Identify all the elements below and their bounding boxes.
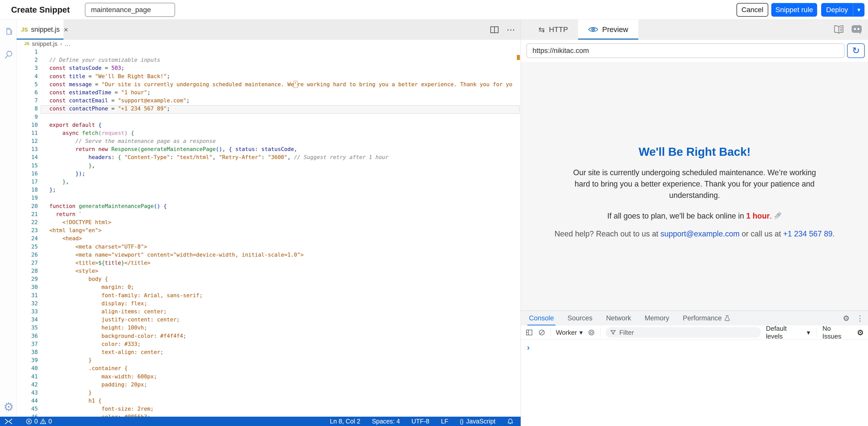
code-line[interactable]: 7const contactEmail = "support@example.c…: [17, 97, 521, 105]
code-line-text[interactable]: font-size: 2rem;: [50, 405, 154, 414]
line-number[interactable]: 26: [17, 252, 38, 260]
console-sidebar-icon[interactable]: [525, 329, 533, 336]
cursor-position[interactable]: Ln 8, Col 2: [330, 418, 360, 425]
line-number[interactable]: 13: [17, 146, 38, 154]
line-number[interactable]: 17: [17, 178, 38, 187]
line-number[interactable]: 25: [17, 244, 38, 252]
devtools-tab-sources[interactable]: Sources: [567, 311, 592, 325]
line-number[interactable]: 23: [17, 227, 38, 235]
code-line[interactable]: 5const message = "Our site is currently …: [17, 81, 521, 89]
line-number[interactable]: 24: [17, 235, 38, 243]
code-line-text[interactable]: h1 {: [50, 398, 101, 405]
line-number[interactable]: 46: [17, 414, 38, 417]
code-line[interactable]: 40 .container {: [17, 365, 521, 373]
console-output[interactable]: ›: [521, 340, 868, 426]
cancel-button[interactable]: Cancel: [737, 3, 768, 17]
line-number[interactable]: 37: [17, 341, 38, 349]
line-number[interactable]: 15: [17, 162, 38, 170]
code-line-text[interactable]: }: [50, 357, 92, 365]
code-line-text[interactable]: return new Response(generateMaintenanceP…: [50, 146, 297, 154]
code-line-text[interactable]: });: [50, 170, 85, 178]
line-number[interactable]: 39: [17, 357, 38, 365]
code-line[interactable]: 44 h1 {: [17, 398, 521, 405]
code-line-text[interactable]: <meta charset="UTF-8">: [50, 244, 147, 252]
code-editor[interactable]: 12// Define your customizable inputs3con…: [17, 48, 521, 417]
code-line-text[interactable]: const contactEmail = "support@example.co…: [50, 97, 190, 105]
line-number[interactable]: 33: [17, 308, 38, 316]
line-number[interactable]: 7: [17, 97, 38, 105]
line-number[interactable]: 42: [17, 381, 38, 390]
eol[interactable]: LF: [441, 418, 448, 425]
code-line[interactable]: 1: [17, 49, 521, 57]
devtools-tab-console[interactable]: Console: [529, 311, 554, 325]
code-line-text[interactable]: },: [50, 178, 69, 187]
code-line[interactable]: 41 max-width: 600px;: [17, 373, 521, 381]
code-line[interactable]: 4const title = "We'll Be Right Back!";: [17, 73, 521, 81]
code-line[interactable]: 3const statusCode = 503;: [17, 65, 521, 73]
line-number[interactable]: 34: [17, 316, 38, 324]
devtools-tab-memory[interactable]: Memory: [645, 311, 669, 325]
code-line-text[interactable]: height: 100vh;: [50, 324, 147, 333]
code-line-text[interactable]: const contactPhone = "+1 234 567 89";: [50, 105, 170, 113]
code-line-text[interactable]: body {: [50, 276, 108, 284]
code-line[interactable]: 10export default {: [17, 122, 521, 130]
code-line-text[interactable]: async fetch(request) {: [50, 130, 134, 138]
tab-snippet-js[interactable]: JS snippet.js ×: [17, 20, 63, 39]
breadcrumb-symbol[interactable]: …: [64, 40, 70, 47]
explorer-files-icon[interactable]: [3, 26, 14, 37]
code-line-text[interactable]: text-align: center;: [50, 349, 163, 357]
code-line[interactable]: 2// Define your customizable inputs: [17, 57, 521, 65]
devtools-kebab-menu-icon[interactable]: ⋮: [856, 314, 864, 323]
code-line-text[interactable]: color: #0056b3;: [50, 414, 150, 417]
code-line[interactable]: 25 <meta charset="UTF-8">: [17, 244, 521, 252]
code-line-text[interactable]: max-width: 600px;: [50, 373, 157, 381]
code-line-text[interactable]: <!DOCTYPE html>: [50, 219, 111, 227]
line-number[interactable]: 1: [17, 49, 38, 57]
code-line[interactable]: 26 <meta name="viewport" content="width=…: [17, 252, 521, 260]
line-number[interactable]: 14: [17, 154, 38, 162]
issues-counter[interactable]: No Issues: [823, 325, 851, 340]
line-number[interactable]: 41: [17, 373, 38, 381]
code-line-text[interactable]: const message = "Our site is currently u…: [50, 81, 512, 89]
snippet-rule-button[interactable]: Snippet rule: [771, 3, 817, 17]
code-line-text[interactable]: <html lang="en">: [50, 227, 101, 235]
code-line[interactable]: 30 margin: 0;: [17, 284, 521, 292]
code-line-text[interactable]: <style>: [50, 268, 98, 276]
code-line[interactable]: 32 display: flex;: [17, 300, 521, 308]
line-number[interactable]: 20: [17, 203, 38, 211]
close-tab-icon[interactable]: ×: [64, 26, 68, 33]
filter-input[interactable]: [619, 329, 756, 337]
code-line-text[interactable]: .container {: [50, 365, 128, 373]
code-line-text[interactable]: // Serve the maintenance page as a respo…: [50, 138, 216, 146]
code-line-text[interactable]: <meta name="viewport" content="width=dev…: [50, 252, 304, 260]
line-number[interactable]: 3: [17, 65, 38, 73]
code-line-text[interactable]: headers: { "Content-Type": "text/html", …: [50, 154, 389, 162]
settings-gear-icon[interactable]: ⚙: [3, 402, 14, 412]
code-line[interactable]: 21 return `: [17, 211, 521, 219]
line-number[interactable]: 29: [17, 276, 38, 284]
line-number[interactable]: 10: [17, 122, 38, 130]
console-settings-gear-icon[interactable]: ⚙: [857, 328, 864, 337]
split-editor-icon[interactable]: [490, 26, 499, 33]
code-line-text[interactable]: <title>${title}</title>: [50, 260, 150, 268]
code-line[interactable]: 27 <title>${title}</title>: [17, 260, 521, 268]
code-line-text[interactable]: display: flex;: [50, 300, 147, 308]
encoding[interactable]: UTF-8: [411, 418, 430, 425]
code-line-text[interactable]: function generateMaintenancePage() {: [50, 203, 167, 211]
code-line[interactable]: 38 text-align: center;: [17, 349, 521, 357]
deploy-split-button[interactable]: Deploy ▾: [821, 3, 865, 17]
line-number[interactable]: 30: [17, 284, 38, 292]
code-line[interactable]: 20function generateMaintenancePage() {: [17, 203, 521, 211]
devtools-tab-performance[interactable]: Performance: [683, 311, 731, 325]
line-number[interactable]: 22: [17, 219, 38, 227]
line-number[interactable]: 4: [17, 73, 38, 81]
line-number[interactable]: 40: [17, 365, 38, 373]
code-line[interactable]: 34 justify-content: center;: [17, 316, 521, 324]
language-mode[interactable]: {} JavaScript: [460, 418, 495, 425]
line-number[interactable]: 32: [17, 300, 38, 308]
code-line[interactable]: 18};: [17, 187, 521, 195]
code-line-text[interactable]: // Define your customizable inputs: [50, 57, 160, 65]
discord-icon[interactable]: [851, 25, 862, 34]
line-number[interactable]: 5: [17, 81, 38, 89]
code-line[interactable]: 17 },: [17, 178, 521, 187]
